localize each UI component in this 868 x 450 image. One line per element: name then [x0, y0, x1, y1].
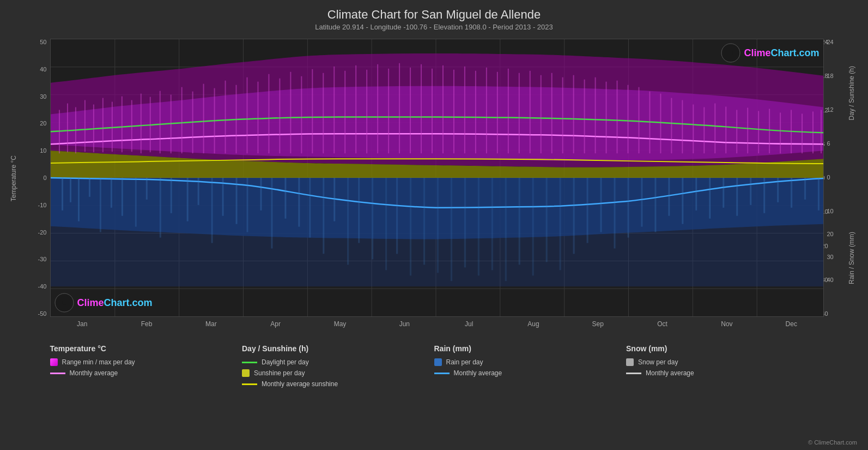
logo-bottom-left: ClimeChart.com — [54, 293, 153, 313]
svg-rect-97 — [203, 84, 204, 153]
month-aug: Aug — [501, 320, 566, 328]
svg-rect-72 — [695, 178, 697, 211]
legend-swatch-snow-monthly — [626, 373, 641, 374]
svg-rect-109 — [333, 67, 335, 153]
left-axis-label: Temperature °C — [10, 155, 17, 201]
legend-snow: Snow (mm) Snow per day Monthly average — [626, 344, 818, 388]
legend-swatch-sunshine-day — [242, 369, 250, 377]
month-jun: Jun — [372, 320, 436, 328]
svg-rect-147 — [747, 108, 748, 154]
title-section: Climate Chart for San Miguel de Allende … — [315, 0, 553, 33]
y-axis-right: 24 18 12 6 0 10 20 30 40 — [822, 39, 848, 317]
svg-rect-41 — [284, 178, 286, 219]
legend-sunshine-monthly: Monthly average sunshine — [242, 380, 434, 388]
legend-rain-per-day: Rain per day — [434, 358, 627, 366]
svg-rect-112 — [366, 70, 367, 153]
svg-rect-75 — [736, 178, 738, 216]
right-axis-label-sunshine: Day / Sunshine (h) — [848, 66, 855, 120]
svg-rect-140 — [671, 98, 672, 154]
svg-rect-29 — [135, 178, 136, 227]
svg-rect-33 — [186, 178, 188, 221]
legend-swatch-temp-range — [50, 358, 58, 366]
svg-rect-22 — [61, 178, 63, 211]
logo-text-top: ClimeChart.com — [744, 47, 819, 59]
svg-rect-32 — [170, 178, 172, 213]
svg-rect-58 — [505, 178, 506, 281]
logo-text-bottom: ClimeChart.com — [77, 297, 153, 309]
legend-swatch-daylight — [242, 362, 257, 363]
svg-rect-125 — [507, 69, 508, 153]
svg-rect-70 — [668, 178, 670, 216]
svg-rect-80 — [804, 178, 806, 200]
svg-rect-106 — [301, 76, 302, 153]
svg-rect-154 — [821, 110, 822, 153]
svg-rect-102 — [257, 82, 258, 153]
svg-rect-134 — [605, 82, 606, 153]
svg-rect-123 — [485, 68, 487, 153]
svg-rect-77 — [763, 178, 765, 213]
svg-rect-108 — [323, 73, 324, 153]
chart-wrapper: 50 40 30 20 10 0 -10 -20 -30 -40 -50 24 … — [17, 33, 851, 339]
legend-sunshine: Day / Sunshine (h) Daylight per day Suns… — [242, 344, 434, 388]
svg-rect-48 — [372, 178, 373, 259]
month-mar: Mar — [179, 320, 243, 328]
svg-rect-124 — [496, 72, 497, 153]
svg-rect-50 — [396, 178, 398, 254]
svg-rect-56 — [477, 178, 479, 275]
svg-rect-127 — [529, 71, 530, 153]
svg-rect-76 — [750, 178, 751, 205]
svg-rect-61 — [545, 178, 547, 262]
svg-rect-90 — [131, 100, 132, 152]
svg-rect-40 — [271, 178, 272, 248]
svg-rect-88 — [111, 102, 112, 152]
svg-rect-87 — [102, 98, 103, 153]
legend-temp-monthly: Monthly average — [50, 369, 242, 377]
svg-rect-39 — [260, 178, 262, 211]
svg-rect-139 — [660, 94, 661, 154]
svg-rect-151 — [791, 110, 792, 153]
svg-rect-115 — [399, 63, 400, 153]
svg-rect-52 — [423, 178, 425, 265]
svg-rect-46 — [347, 178, 349, 265]
svg-rect-92 — [149, 97, 150, 153]
svg-rect-133 — [594, 77, 596, 153]
svg-rect-104 — [279, 79, 280, 153]
svg-rect-44 — [323, 178, 324, 254]
svg-rect-122 — [475, 71, 476, 153]
svg-rect-142 — [693, 105, 694, 154]
svg-rect-91 — [140, 94, 141, 154]
month-jan: Jan — [50, 320, 114, 328]
legend-temperature: Temperature °C Range min / max per day M… — [50, 344, 242, 388]
svg-rect-85 — [84, 100, 85, 152]
svg-rect-152 — [802, 113, 803, 153]
svg-rect-137 — [638, 87, 639, 154]
svg-rect-24 — [77, 178, 79, 221]
svg-rect-107 — [312, 69, 313, 153]
svg-rect-86 — [93, 105, 94, 153]
svg-rect-73 — [709, 178, 711, 219]
svg-rect-81 — [818, 178, 820, 211]
svg-rect-54 — [450, 178, 452, 281]
svg-rect-62 — [559, 178, 561, 270]
legend-temperature-title: Temperature °C — [50, 344, 242, 353]
legend-snow-title: Snow (mm) — [626, 344, 818, 353]
legend-temp-range: Range min / max per day — [50, 358, 242, 366]
svg-rect-28 — [121, 178, 123, 216]
svg-rect-146 — [736, 110, 737, 153]
svg-rect-31 — [159, 178, 161, 238]
legend-rain: Rain (mm) Rain per day Monthly average — [434, 344, 627, 388]
svg-rect-145 — [725, 107, 726, 154]
svg-rect-25 — [88, 178, 90, 197]
svg-rect-110 — [344, 71, 345, 153]
svg-rect-120 — [453, 70, 454, 153]
svg-rect-149 — [769, 109, 770, 153]
svg-rect-38 — [246, 178, 248, 232]
svg-rect-131 — [573, 75, 574, 153]
svg-rect-66 — [614, 178, 615, 248]
svg-point-156 — [729, 51, 733, 55]
svg-rect-74 — [723, 178, 724, 208]
svg-rect-135 — [616, 81, 617, 153]
svg-rect-42 — [298, 178, 300, 227]
svg-point-158 — [62, 301, 66, 305]
x-axis: Jan Feb Mar Apr May Jun Jul Aug Sep Oct … — [50, 317, 824, 339]
